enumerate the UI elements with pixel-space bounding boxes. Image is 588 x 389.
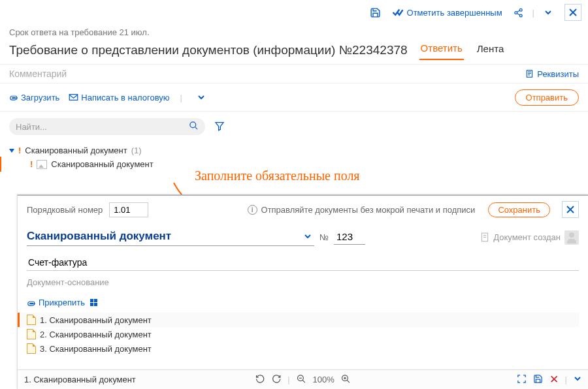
file-icon xyxy=(27,343,36,354)
tree-child[interactable]: ! Сканированный документ xyxy=(0,157,588,172)
tab-reply[interactable]: Ответить xyxy=(419,40,464,60)
zoom-out-icon[interactable] xyxy=(297,374,306,386)
svg-point-2 xyxy=(519,14,522,17)
rotate-left-icon[interactable] xyxy=(255,374,265,386)
doc-basis-label: Документ-основание xyxy=(27,277,579,287)
mark-complete-button[interactable]: Отметить завершенным xyxy=(388,6,506,20)
info-hint-text: Отправляйте документы без мокрой печати … xyxy=(261,205,476,215)
mark-complete-label: Отметить завершенным xyxy=(407,8,502,18)
expand-icon[interactable] xyxy=(517,374,527,386)
number-label: № xyxy=(319,232,329,242)
svg-point-12 xyxy=(190,122,196,128)
page-title: Требование о представлении документов (и… xyxy=(9,43,408,57)
warning-icon: ! xyxy=(18,146,21,155)
info-icon: i xyxy=(248,205,257,215)
save-button[interactable]: Сохранить xyxy=(488,202,550,217)
svg-line-13 xyxy=(195,127,197,129)
chevron-down-icon[interactable] xyxy=(304,232,312,242)
requisites-button[interactable]: Реквизиты xyxy=(525,69,579,79)
chevron-down-icon[interactable] xyxy=(540,4,557,21)
document-icon xyxy=(480,232,489,243)
divider: | xyxy=(565,375,567,384)
order-number-label: Порядковый номер xyxy=(27,205,103,215)
avatar xyxy=(564,230,579,245)
zoom-level: 100% xyxy=(313,375,335,384)
delete-icon[interactable]: ✕ xyxy=(549,373,559,386)
svg-marker-14 xyxy=(216,122,223,130)
attachment-item[interactable]: 3. Сканированный документ xyxy=(27,341,579,356)
image-placeholder-icon xyxy=(37,160,47,169)
rotate-right-icon[interactable] xyxy=(271,374,281,386)
doc-type-input[interactable] xyxy=(27,228,314,246)
close-icon[interactable] xyxy=(564,4,581,21)
svg-line-4 xyxy=(517,13,519,15)
tree-child-label: Сканированный документ xyxy=(51,159,153,169)
tree-parent[interactable]: ! Сканированный документ (1) xyxy=(9,144,588,157)
search-field[interactable] xyxy=(9,118,205,135)
invoice-type-input[interactable] xyxy=(27,255,579,271)
warning-icon: ! xyxy=(30,159,33,169)
file-icon xyxy=(27,329,36,339)
save-icon[interactable] xyxy=(367,4,384,21)
attachment-label: 3. Сканированный документ xyxy=(40,344,152,354)
divider: | xyxy=(287,375,289,384)
write-tax-button[interactable]: Написать в налоговую xyxy=(69,93,169,102)
svg-line-23 xyxy=(302,380,305,382)
search-input[interactable] xyxy=(16,122,189,132)
footer-current-doc: 1. Сканированный документ xyxy=(24,375,136,384)
upload-label: Загрузить xyxy=(21,93,59,102)
write-tax-label: Написать в налоговую xyxy=(81,93,169,102)
svg-line-3 xyxy=(517,10,519,12)
send-button[interactable]: Отправить xyxy=(515,89,579,106)
svg-rect-11 xyxy=(70,95,78,101)
doc-created-label: Документ создан xyxy=(493,232,561,242)
chevron-down-icon[interactable] xyxy=(574,375,581,384)
attach-label: Прикрепить xyxy=(39,298,85,307)
comment-input[interactable] xyxy=(9,69,525,79)
attach-button[interactable]: Прикрепить xyxy=(27,298,85,307)
filter-icon[interactable] xyxy=(214,121,225,133)
file-icon xyxy=(27,315,36,325)
divider: | xyxy=(531,8,536,18)
svg-point-1 xyxy=(515,11,517,14)
document-panel: Порядковый номер i Отправляйте документы… xyxy=(17,194,588,389)
caret-down-icon xyxy=(9,149,14,153)
save-icon[interactable] xyxy=(533,374,543,386)
number-input[interactable] xyxy=(334,230,365,245)
zoom-in-icon[interactable] xyxy=(341,374,351,386)
svg-point-0 xyxy=(519,8,522,11)
chevron-down-icon[interactable] xyxy=(193,89,210,106)
attachment-label: 1. Сканированный документ xyxy=(40,315,152,325)
attachment-item[interactable]: 1. Сканированный документ xyxy=(18,313,579,327)
close-panel-icon[interactable] xyxy=(562,201,579,218)
grid-view-icon[interactable] xyxy=(90,299,97,306)
attachment-label: 2. Сканированный документ xyxy=(40,330,152,339)
attachment-item[interactable]: 2. Сканированный документ xyxy=(27,327,579,341)
tab-feed[interactable]: Лента xyxy=(476,40,506,59)
tree-parent-label: Сканированный документ xyxy=(25,146,127,155)
svg-line-27 xyxy=(347,380,350,382)
search-icon[interactable] xyxy=(189,121,199,132)
divider: | xyxy=(179,93,184,102)
deadline-text: Срок ответа на требование 21 июл. xyxy=(0,25,588,39)
tree-count: (1) xyxy=(131,146,142,155)
requisites-label: Реквизиты xyxy=(537,69,579,79)
order-number-input[interactable] xyxy=(109,202,148,217)
share-icon[interactable] xyxy=(510,4,527,21)
upload-button[interactable]: Загрузить xyxy=(9,93,59,102)
